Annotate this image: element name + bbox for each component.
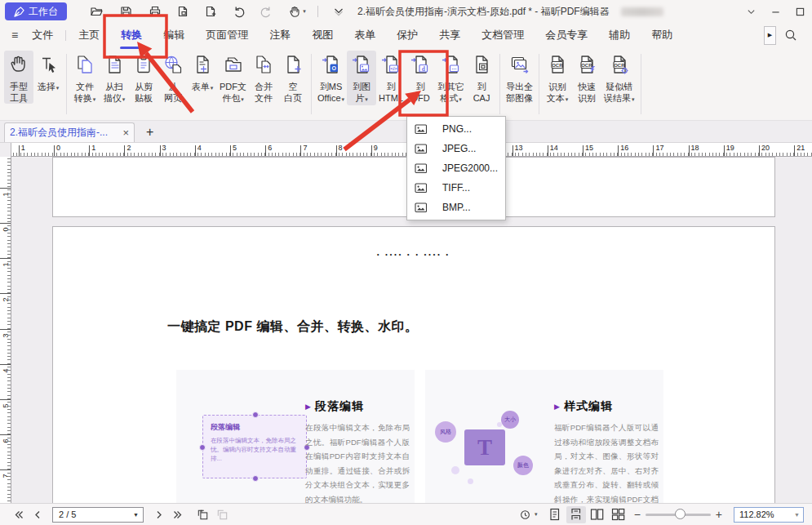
open-file-button[interactable] [85,2,107,20]
illustration-title: 段落编辑 [211,422,299,433]
ribbon-button-select[interactable]: 选择▾ [33,51,63,94]
redo-button[interactable] [255,2,277,20]
convert-icon [74,54,95,78]
ruler-label: 6 [2,435,10,447]
menu-tab[interactable]: 保护 [386,23,428,47]
ribbon-button-other[interactable]: ...到其它 格式▾ [435,51,467,105]
minimize-icon [771,7,780,16]
menu-tab[interactable]: 辅助 [598,23,641,47]
ribbon-button-export-images[interactable]: 导出全 部图像 [504,51,535,104]
ruler-tick [19,145,20,156]
minimize-button[interactable] [763,2,788,20]
menu-tab[interactable]: 页面管理 [195,23,259,47]
ribbon-button-web[interactable]: 从 网页 [158,51,188,104]
ribbon-button-ocr-suspect[interactable]: OCR疑似错 误结果▾ [601,51,637,105]
menu-tab[interactable]: 文件 [21,23,64,47]
next-page-button[interactable] [149,506,168,523]
last-page-button[interactable] [168,506,188,523]
dropdown-item-tiff[interactable]: TIFF... [407,178,505,198]
save-button[interactable] [114,2,136,20]
ribbon-button-blank[interactable]: 空 白页 [278,51,308,104]
pdf-page-current: • •••• • • •••• • 一键搞定 PDF 编辑、合并、转换、水印。 … [52,226,775,503]
print-button[interactable] [144,2,166,20]
ribbon-group-divider [499,54,500,114]
menu-tab[interactable]: 注释 [259,23,301,47]
zoom-slider[interactable] [646,514,711,516]
ribbon-button-scanner[interactable]: 从扫 描仪▾ [100,51,129,105]
ribbon-button-html[interactable]: </>到 HTML [376,51,406,104]
ocr-suspect-icon: OCR [609,54,630,78]
ribbon-button-image[interactable]: 到图 片▾ [347,51,376,105]
ruler-label: 21 [796,144,805,152]
image-icon [351,54,372,78]
previous-page-button[interactable] [28,506,47,523]
window-menu-chevron[interactable] [739,2,763,20]
dropdown-item-bmp[interactable]: BMP... [407,198,505,217]
ribbon-button-caj[interactable]: 到 CAJ [467,51,496,104]
ribbon-button-ocr[interactable]: OCR识别 文本▾ [543,51,572,105]
ribbon-button-office[interactable]: O到MS Office▾ [315,51,347,105]
resize-handle [252,412,259,418]
zoom-slider-handle[interactable] [675,509,686,519]
zoom-in-button[interactable]: + [711,508,727,521]
read-mode-button[interactable] [515,506,535,523]
menu-tab[interactable]: 帮助 [641,23,683,47]
search-button[interactable] [784,29,797,42]
first-page-button[interactable] [8,506,28,523]
dropdown-item-jpeg[interactable]: JPEG... [407,139,505,158]
previous-view-button[interactable] [193,506,212,523]
ribbon-button-convert[interactable]: 文件 转换▾ [70,51,100,105]
ribbon-button-clipboard[interactable]: 从剪 贴板 [129,51,158,104]
export-page-button[interactable] [171,2,193,20]
menu-tab[interactable]: 转换 [110,23,153,47]
zoom-level-box[interactable]: 112.82% ▼ [734,507,804,523]
menu-tab[interactable]: 主页 [68,23,110,47]
collapse-toolbar-button[interactable] [327,2,349,20]
new-tab-button[interactable]: + [146,125,153,142]
svg-text:</>: </> [390,66,397,71]
ruler-label: 2 [2,294,10,305]
ribbon-button-hand[interactable]: 手型 工具 [4,51,33,104]
next-view-button[interactable] [212,506,232,523]
ruler-tick [689,145,690,156]
caret-down-icon[interactable]: ▾ [535,511,538,518]
zoom-out-button[interactable]: − [629,508,646,521]
dropdown-item-jpeg2000[interactable]: JPEG2000... [407,158,505,178]
maximize-button[interactable] [788,2,812,20]
clipboard-icon [133,54,154,78]
menu-tab[interactable]: 共享 [428,23,471,47]
facing-view-button[interactable] [588,506,607,523]
ribbon-button-ocr-fast[interactable]: OCR快速 识别 [572,51,601,104]
ribbon-button-merge[interactable]: 合并 文件 [249,51,278,104]
page-number-box[interactable]: 2 / 5 ▼ [52,507,144,523]
menu-tab[interactable]: 编辑 [153,23,195,47]
continuous-facing-view-button[interactable] [609,506,628,523]
ribbon-button-ofd[interactable]: d到 OFD [406,51,435,104]
caret-down-icon: ▾ [93,96,96,102]
merge-icon [253,54,274,78]
menu-tab[interactable]: 会员专享 [535,23,598,47]
close-tab-icon[interactable]: × [122,127,129,139]
ribbon-button-form[interactable]: 表单▾ [188,51,217,94]
hand-tool-quick-button[interactable]: ▾ [282,2,313,20]
more-tabs-button[interactable]: ▶ [764,26,776,45]
svg-text:OCR: OCR [614,63,625,68]
document-tab[interactable]: 2.福昕会员使用指南-... × [4,122,135,142]
menu-tab[interactable]: 表单 [344,23,386,47]
dropdown-item-label: BMP... [442,202,470,213]
new-page-button[interactable] [199,2,221,20]
ribbon-button-package[interactable]: PDF文 件包▾ [217,51,249,105]
menu-tab[interactable]: 视图 [301,23,344,47]
ruler-label: 5 [233,144,237,152]
chevron-right-icon [153,509,164,520]
workspace-button[interactable]: 工作台 [5,2,67,20]
dropdown-item-png[interactable]: PNG... [407,119,505,139]
undo-button[interactable] [228,2,250,20]
ribbon-button-label: 从 网页 [164,81,182,104]
ruler-label: 1 [91,144,95,152]
continuous-view-button[interactable] [566,506,586,523]
menu-tab[interactable]: 文档管理 [471,23,535,47]
ruler-label: 7 [2,470,10,482]
letter-T: T [477,435,492,460]
single-page-view-button[interactable] [545,506,565,523]
